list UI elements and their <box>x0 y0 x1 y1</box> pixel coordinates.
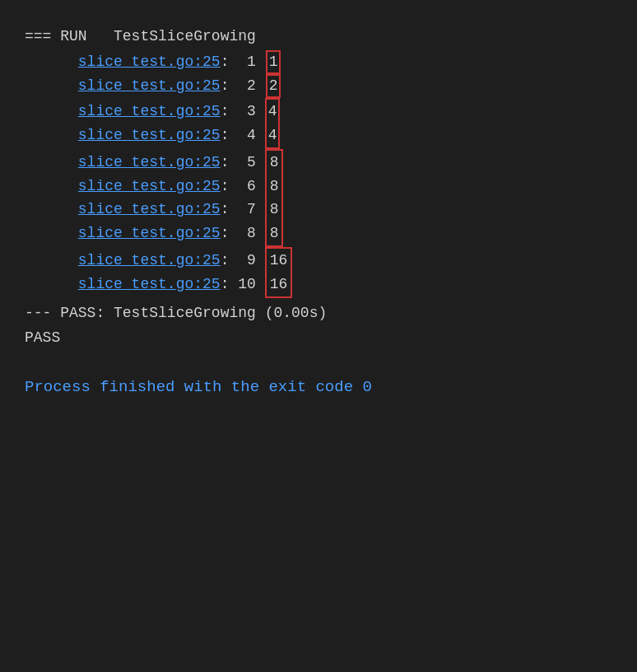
index-2: 2 <box>247 74 265 98</box>
index-1: 1 <box>247 50 265 74</box>
pass-word-text: PASS <box>25 326 60 350</box>
value-box-4-bottom: 4 <box>265 124 281 149</box>
index-5: 5 <box>247 151 265 175</box>
value-box-3-top: 4 <box>265 98 281 124</box>
pass-result-line: --- PASS: TestSliceGrowing (0.00s) <box>25 301 612 325</box>
table-row: slice_test.go:25 : 9 16 <box>25 247 612 273</box>
file-link-8[interactable]: slice_test.go:25 <box>78 222 221 245</box>
index-4: 4 <box>247 124 265 147</box>
index-3: 3 <box>247 100 265 124</box>
table-row: slice_test.go:25 : 7 8 <box>25 198 612 222</box>
table-row: slice_test.go:25 : 8 8 <box>25 222 612 247</box>
value-box-8-bottom: 8 <box>265 222 284 247</box>
table-row: slice_test.go:25 : 3 4 <box>25 98 612 124</box>
run-header-line: === RUN TestSliceGrowing <box>25 25 612 49</box>
process-text: Process finished with the exit code 0 <box>25 375 372 399</box>
file-link-9[interactable]: slice_test.go:25 <box>78 249 221 273</box>
value-box-6-mid: 8 <box>265 175 284 198</box>
value-box-5-top: 8 <box>265 149 284 175</box>
file-link-5[interactable]: slice_test.go:25 <box>78 151 221 175</box>
index-6: 6 <box>247 175 265 198</box>
table-row: slice_test.go:25 : 1 1 <box>25 50 612 74</box>
value-box-2: 2 <box>266 74 281 98</box>
index-9: 9 <box>247 249 265 273</box>
file-link-10[interactable]: slice_test.go:25 <box>78 273 221 296</box>
file-link-3[interactable]: slice_test.go:25 <box>78 100 221 124</box>
run-header-text: === RUN TestSliceGrowing <box>25 25 256 49</box>
value-box-7-mid: 8 <box>265 198 284 222</box>
file-link-2[interactable]: slice_test.go:25 <box>78 74 221 98</box>
index-10: 10 <box>238 273 264 296</box>
index-8: 8 <box>247 222 265 245</box>
file-link-6[interactable]: slice_test.go:25 <box>78 175 221 198</box>
table-row: slice_test.go:25 : 10 16 <box>25 273 612 298</box>
table-row: slice_test.go:25 : 5 8 <box>25 149 612 175</box>
table-row: slice_test.go:25 : 4 4 <box>25 124 612 149</box>
output-container: === RUN TestSliceGrowing slice_test.go:2… <box>25 16 612 408</box>
pass-word-line: PASS <box>25 326 612 350</box>
value-box-10-bottom: 16 <box>265 273 293 298</box>
table-row: slice_test.go:25 : 6 8 <box>25 175 612 198</box>
process-line: Process finished with the exit code 0 <box>25 375 612 399</box>
value-box-9-top: 16 <box>265 247 293 273</box>
index-7: 7 <box>247 198 265 222</box>
file-link-4[interactable]: slice_test.go:25 <box>78 124 221 147</box>
value-box-1: 1 <box>266 50 281 74</box>
file-link-1[interactable]: slice_test.go:25 <box>78 50 221 74</box>
file-link-7[interactable]: slice_test.go:25 <box>78 198 221 222</box>
pass-result-text: --- PASS: TestSliceGrowing (0.00s) <box>25 301 327 325</box>
table-row: slice_test.go:25 : 2 2 <box>25 74 612 98</box>
